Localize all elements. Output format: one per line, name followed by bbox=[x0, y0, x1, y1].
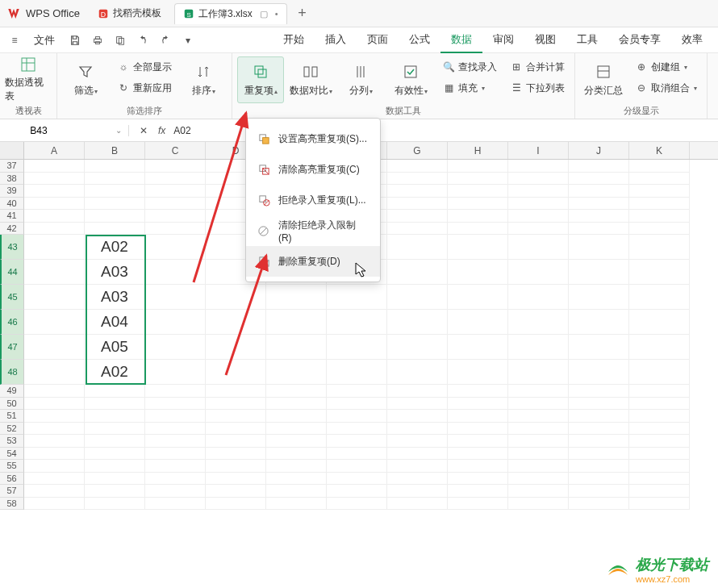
row-header[interactable]: 54 bbox=[0, 448, 24, 461]
menu-tab-insert[interactable]: 插入 bbox=[315, 27, 357, 53]
select-all-corner[interactable] bbox=[0, 142, 24, 159]
cell[interactable] bbox=[569, 473, 629, 486]
cell[interactable] bbox=[145, 160, 206, 173]
find-entry-button[interactable]: 🔍查找录入 bbox=[437, 56, 502, 77]
cell[interactable] bbox=[145, 310, 206, 335]
cell[interactable] bbox=[629, 335, 690, 360]
cell[interactable] bbox=[387, 385, 448, 398]
cell[interactable] bbox=[448, 473, 508, 486]
filter-button[interactable]: 筛选▾ bbox=[62, 56, 109, 103]
cell[interactable] bbox=[569, 210, 629, 223]
row-header[interactable]: 45 bbox=[0, 285, 24, 310]
ungroup-button[interactable]: ⊖取消组合▾ bbox=[630, 77, 702, 98]
cell[interactable] bbox=[387, 210, 448, 223]
cell[interactable] bbox=[266, 285, 327, 310]
cell[interactable] bbox=[327, 398, 387, 411]
cell[interactable] bbox=[569, 173, 629, 186]
cell[interactable] bbox=[569, 448, 629, 461]
cell[interactable] bbox=[85, 198, 145, 211]
cell[interactable] bbox=[266, 498, 327, 511]
cell[interactable] bbox=[206, 485, 266, 498]
cell[interactable] bbox=[145, 498, 206, 511]
cell[interactable] bbox=[206, 473, 266, 486]
cell[interactable] bbox=[206, 435, 266, 448]
cell[interactable] bbox=[387, 198, 448, 211]
dropdown-more-icon[interactable]: ▾ bbox=[177, 30, 198, 51]
cell[interactable] bbox=[569, 410, 629, 423]
cell[interactable]: A02 bbox=[85, 360, 145, 385]
cell[interactable] bbox=[145, 473, 206, 486]
cell[interactable] bbox=[629, 410, 690, 423]
cell[interactable] bbox=[85, 398, 145, 411]
cell[interactable] bbox=[629, 210, 690, 223]
cell[interactable] bbox=[266, 435, 327, 448]
sort-button[interactable]: 排序▾ bbox=[180, 56, 227, 103]
row-header[interactable]: 55 bbox=[0, 460, 24, 473]
cell[interactable] bbox=[327, 448, 387, 461]
cell[interactable] bbox=[85, 185, 145, 198]
cell[interactable] bbox=[24, 310, 85, 335]
cell[interactable] bbox=[569, 435, 629, 448]
cell[interactable] bbox=[206, 498, 266, 511]
cell[interactable] bbox=[327, 498, 387, 511]
cell[interactable] bbox=[145, 335, 206, 360]
cell[interactable] bbox=[24, 223, 85, 236]
cell[interactable] bbox=[387, 435, 448, 448]
cell[interactable] bbox=[266, 485, 327, 498]
cell[interactable] bbox=[569, 285, 629, 310]
cell[interactable] bbox=[569, 198, 629, 211]
cell[interactable] bbox=[387, 285, 448, 310]
cell[interactable] bbox=[629, 498, 690, 511]
cell[interactable] bbox=[629, 160, 690, 173]
cell[interactable] bbox=[629, 198, 690, 211]
col-header[interactable]: B bbox=[85, 142, 145, 159]
cell[interactable] bbox=[24, 198, 85, 211]
cell[interactable] bbox=[569, 460, 629, 473]
col-header[interactable]: H bbox=[448, 142, 508, 159]
formula-value[interactable]: A02 bbox=[173, 125, 190, 136]
row-header[interactable]: 58 bbox=[0, 498, 24, 511]
cell[interactable] bbox=[508, 173, 569, 186]
menu-tab-review[interactable]: 审阅 bbox=[482, 27, 524, 53]
cell[interactable] bbox=[508, 210, 569, 223]
cell[interactable] bbox=[206, 398, 266, 411]
cell[interactable] bbox=[85, 485, 145, 498]
row-header[interactable]: 52 bbox=[0, 423, 24, 436]
cell[interactable] bbox=[508, 410, 569, 423]
cell[interactable] bbox=[206, 335, 266, 360]
cell[interactable] bbox=[508, 448, 569, 461]
cell[interactable] bbox=[629, 260, 690, 285]
cell[interactable] bbox=[206, 410, 266, 423]
cell[interactable] bbox=[629, 385, 690, 398]
group-button[interactable]: ⊕创建组▾ bbox=[630, 56, 702, 77]
cell[interactable] bbox=[508, 460, 569, 473]
cell[interactable] bbox=[206, 423, 266, 436]
cell[interactable] bbox=[569, 360, 629, 385]
cell[interactable] bbox=[85, 160, 145, 173]
row-header[interactable]: 44 bbox=[0, 260, 24, 285]
cell[interactable] bbox=[629, 285, 690, 310]
cell[interactable] bbox=[387, 485, 448, 498]
cell[interactable] bbox=[569, 398, 629, 411]
menu-tab-page[interactable]: 页面 bbox=[357, 27, 399, 53]
cell[interactable] bbox=[629, 485, 690, 498]
cell[interactable] bbox=[508, 235, 569, 260]
cell[interactable] bbox=[85, 435, 145, 448]
dropdown-list-button[interactable]: ☰下拉列表 bbox=[505, 77, 570, 98]
cell[interactable] bbox=[24, 448, 85, 461]
hamburger-icon[interactable]: ≡ bbox=[5, 35, 24, 46]
row-header[interactable]: 50 bbox=[0, 398, 24, 411]
cell[interactable] bbox=[508, 160, 569, 173]
cell[interactable] bbox=[266, 385, 327, 398]
cell[interactable] bbox=[387, 185, 448, 198]
cell[interactable] bbox=[24, 423, 85, 436]
cell[interactable] bbox=[85, 210, 145, 223]
cell[interactable] bbox=[508, 198, 569, 211]
cell[interactable] bbox=[629, 360, 690, 385]
cell[interactable] bbox=[85, 460, 145, 473]
cell[interactable] bbox=[387, 260, 448, 285]
cell[interactable] bbox=[145, 423, 206, 436]
cell[interactable] bbox=[387, 360, 448, 385]
cell[interactable] bbox=[327, 385, 387, 398]
cell[interactable] bbox=[629, 223, 690, 236]
